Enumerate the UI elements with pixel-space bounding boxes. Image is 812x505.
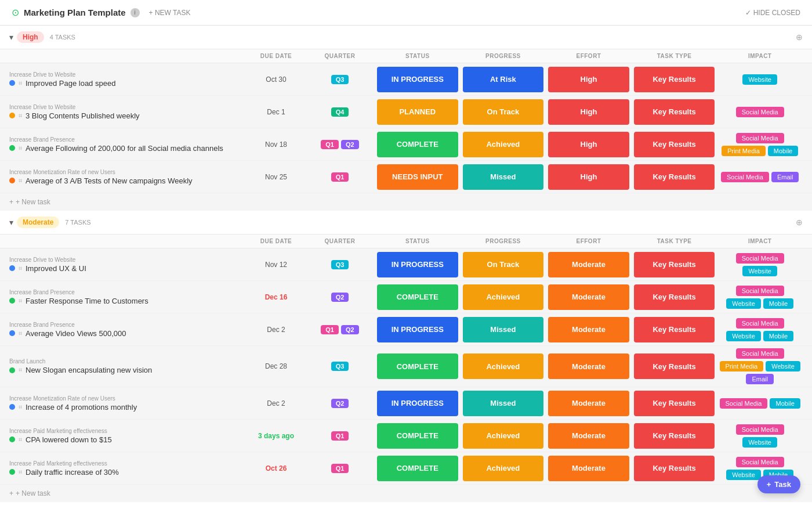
status-cell: COMPLETE xyxy=(375,281,461,313)
impact-tag: Social Media xyxy=(720,398,768,409)
status-badge: PLANNED xyxy=(377,99,458,125)
status-cell: COMPLETE xyxy=(375,346,461,387)
task-type-cell: Key Results xyxy=(632,346,717,387)
add-task-label: + New task xyxy=(16,198,50,206)
effort-badge: Moderate xyxy=(548,423,629,449)
task-type-badge: Key Results xyxy=(634,354,715,379)
col-effort: EFFORT xyxy=(546,53,632,59)
progress-badge: Achieved xyxy=(463,354,544,379)
task-name: CPA lowered down to $15 xyxy=(26,435,112,444)
task-name-row: ⌗ Increase of 4 promotions monthly xyxy=(9,403,247,412)
group-toggle-moderate[interactable]: ▾ xyxy=(9,218,13,227)
col-task-type: TASK TYPE xyxy=(632,238,717,244)
col-task-type: TASK TYPE xyxy=(632,53,717,59)
task-name: Increase of 4 promotions monthly xyxy=(26,403,137,412)
task-category: Increase Monetization Rate of new Users xyxy=(9,395,247,402)
main-scroll-area[interactable]: ▾ High 4 TASKS ⊕ DUE DATE QUARTER STATUS… xyxy=(0,26,812,505)
table-row[interactable]: Increase Paid Marketing effectiveness ⌗ … xyxy=(0,420,812,452)
progress-cell: On Track xyxy=(461,248,546,280)
col-progress: PROGRESS xyxy=(461,238,546,244)
progress-badge: On Track xyxy=(463,252,544,277)
task-category: Increase Brand Presence xyxy=(9,136,247,143)
task-link-icon: ⌗ xyxy=(19,112,22,120)
priority-badge-high: High xyxy=(17,31,44,43)
table-row[interactable]: Brand Launch ⌗ New Slogan encapsulating … xyxy=(0,346,812,387)
group-add-icon-high[interactable]: ⊕ xyxy=(796,33,803,42)
task-type-cell: Key Results xyxy=(632,452,717,484)
impact-tag: Social Media xyxy=(736,424,784,435)
table-row[interactable]: Increase Drive to Website ⌗ Improved Pag… xyxy=(0,63,812,96)
task-name: 3 Blog Contents Published weekly xyxy=(26,111,140,120)
impact-cell: Social MediaWebsite xyxy=(717,251,803,279)
col-impact: IMPACT xyxy=(717,238,803,244)
progress-cell: Achieved xyxy=(461,346,546,387)
hide-closed-button[interactable]: ✓ HIDE CLOSED xyxy=(745,9,800,17)
quarters-cell: Q3 xyxy=(305,260,375,269)
add-task-row[interactable]: + + New task xyxy=(0,485,812,502)
quarter-badge: Q3 xyxy=(331,362,349,371)
task-dot xyxy=(9,469,15,475)
col-due-date: DUE DATE xyxy=(247,53,305,59)
add-task-floating-button[interactable]: + Task xyxy=(757,475,800,493)
impact-tag: Social Media xyxy=(736,253,784,264)
status-cell: COMPLETE xyxy=(375,128,461,160)
task-type-badge: Key Results xyxy=(634,252,715,277)
task-type-cell: Key Results xyxy=(632,248,717,280)
impact-tag: Website xyxy=(726,470,761,480)
table-row[interactable]: Increase Brand Presence ⌗ Faster Respons… xyxy=(0,281,812,313)
table-row[interactable]: Increase Monetization Rate of new Users … xyxy=(0,387,812,420)
task-info: Increase Drive to Website ⌗ Improved Pag… xyxy=(9,67,247,92)
quarters-cell: Q3 xyxy=(305,362,375,371)
table-row[interactable]: Increase Brand Presence ⌗ Average Follow… xyxy=(0,128,812,161)
progress-cell: Achieved xyxy=(461,420,546,452)
status-badge: COMPLETE xyxy=(377,456,458,481)
status-badge: COMPLETE xyxy=(377,284,458,310)
task-info: Increase Paid Marketing effectiveness ⌗ … xyxy=(9,456,247,481)
quarter-badge: Q2 xyxy=(341,325,359,334)
progress-cell: Missed xyxy=(461,387,546,419)
impact-tag: Social Media xyxy=(736,133,784,143)
col-effort: EFFORT xyxy=(546,238,632,244)
task-dot xyxy=(9,80,15,86)
new-task-button[interactable]: + NEW TASK xyxy=(144,6,195,19)
page-title: Marketing Plan Template xyxy=(24,8,126,17)
col-headers-moderate: DUE DATE QUARTER STATUS PROGRESS EFFORT … xyxy=(0,235,812,248)
task-dot xyxy=(9,330,15,336)
due-date: 3 days ago xyxy=(247,432,305,440)
table-row[interactable]: Increase Monetization Rate of new Users … xyxy=(0,161,812,193)
status-badge: IN PROGRESS xyxy=(377,391,458,416)
add-task-label: + New task xyxy=(16,489,50,497)
table-row[interactable]: Increase Paid Marketing effectiveness ⌗ … xyxy=(0,452,812,485)
effort-cell: Moderate xyxy=(546,346,632,387)
task-link-icon: ⌗ xyxy=(19,80,22,87)
effort-cell: High xyxy=(546,161,632,193)
impact-cell: Social MediaPrint MediaWebsiteEmail xyxy=(717,346,803,387)
table-row[interactable]: Increase Drive to Website ⌗ Improved UX … xyxy=(0,248,812,281)
quarter-badge: Q1 xyxy=(331,464,349,473)
impact-tag: Print Media xyxy=(720,361,764,371)
impact-cell: Social MediaPrint MediaMobile xyxy=(717,131,803,158)
impact-tag: Website xyxy=(726,298,761,309)
task-category: Increase Paid Marketing effectiveness xyxy=(9,460,247,467)
effort-cell: Moderate xyxy=(546,248,632,280)
group-header-moderate: ▾ Moderate 7 TASKS ⊕ xyxy=(0,211,812,235)
quarter-badge: Q2 xyxy=(331,399,349,408)
table-row[interactable]: Increase Drive to Website ⌗ 3 Blog Conte… xyxy=(0,96,812,128)
group-add-icon-moderate[interactable]: ⊕ xyxy=(796,218,803,227)
effort-cell: High xyxy=(546,63,632,95)
task-dot xyxy=(9,178,15,183)
table-row[interactable]: Increase Brand Presence ⌗ Average Video … xyxy=(0,313,812,346)
add-task-row[interactable]: + + New task xyxy=(0,193,812,211)
status-cell: COMPLETE xyxy=(375,420,461,452)
group-toggle-high[interactable]: ▾ xyxy=(9,33,13,42)
groups-container: ▾ High 4 TASKS ⊕ DUE DATE QUARTER STATUS… xyxy=(0,26,812,505)
col-due-date: DUE DATE xyxy=(247,238,305,244)
task-category: Increase Brand Presence xyxy=(9,322,247,328)
col-impact: IMPACT xyxy=(717,53,803,59)
info-icon[interactable]: i xyxy=(130,8,140,17)
impact-tag: Mobile xyxy=(763,298,793,309)
task-link-icon: ⌗ xyxy=(19,297,22,305)
task-info: Increase Drive to Website ⌗ 3 Blog Conte… xyxy=(9,99,247,125)
progress-badge: Missed xyxy=(463,164,544,190)
task-dot xyxy=(9,437,15,442)
